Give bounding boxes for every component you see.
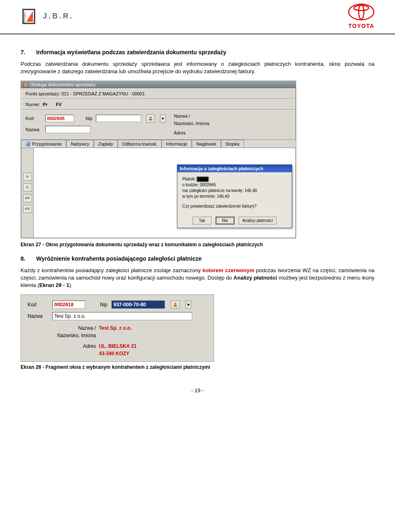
sc2-nazwa-label: Nazwa [28,313,48,319]
nav-prev[interactable]: < [23,183,32,192]
toyota-logo: TOYOTA [348,3,374,29]
dialog-question: Czy potwierdzasz zatwierdzenie faktury? [182,204,287,209]
arrears-dialog: Informacja o zaległościach płatniczych P… [177,164,292,228]
sc2-r-adres-val1: UL. BIELSKA 21 [99,343,137,349]
tab-zaplaty[interactable]: Zapłaty [94,140,118,148]
dialog-buttons: Tak Nie Analizy płatności [177,213,292,228]
window-icon [23,82,28,87]
svg-marker-1 [26,11,33,22]
r-nazwisko-label: Nazwisko, Imiona [174,121,209,126]
section-7-paragraph: Podczas zatwierdzania dokumentu sprzedaż… [21,60,374,75]
sc2-r-adres-val2: 43-340 KOZY [99,351,129,356]
sc2-nip-label: Nip [100,302,107,308]
nip-label: Nip [86,116,93,121]
numer-pr: Pr [43,102,48,107]
tab-stopka[interactable]: Stopka [221,140,244,148]
panel-client: Kod 0002845 Nip ▾ Nazwa [21,110,296,140]
r-nazwa-label: Nazwa / [174,113,191,118]
dialog-title: Informacja o zaległościach płatniczych [177,165,292,172]
window-title-text: Obsługa dokumentów sprzedaży [30,82,96,87]
dialog-no-button[interactable]: Nie [216,217,235,224]
sc2-r-nazwa-label: Nazwa / [51,324,96,332]
caption-ekran-27: Ekran 27 - Okno przygotowania dokumentu … [21,242,374,248]
section-8-title: Wyróżnienie kontrahenta posiadającego za… [36,255,202,262]
toyota-text: TOYOTA [348,23,374,29]
contact-icon-button[interactable] [146,114,155,123]
dialog-line4: w tym po terminie: 146,40 [182,194,287,199]
logo-left: ROGOWIEC J.B.R. [21,7,74,26]
svg-point-4 [354,5,369,11]
r-adres-label: Adres [174,130,186,135]
nazwa-label: Nazwa [26,127,42,132]
toyota-icon [348,3,374,21]
content-area: > < >> << Informacja o zaległościach pła… [21,148,296,238]
section-8-paragraph: Każdy z kontrahentów posiadający zaległo… [21,267,374,289]
sc2-r-adres-label: Adres [51,342,96,350]
sc2-details: Nazwa / Test Sp. z o.o. Nazwisko, Imiona… [51,324,207,357]
page-header: ROGOWIEC J.B.R. TOYOTA [0,0,395,35]
tabs-bar: Przygotowanie Nabywcy Zapłaty Odbiorca t… [21,140,296,148]
sc2-nazwa-input[interactable]: Test Sp. z o.o. [52,312,192,320]
red-highlight: kolorem czerwonym [202,267,254,273]
panel-punkt: Punkt sprzedaży: 021 - SPRZEDAŻ Z MAGAZY… [21,88,296,99]
svg-point-7 [174,303,177,305]
svg-rect-6 [149,119,152,120]
kod-label: Kod [26,116,42,121]
dialog-line2: o kodzie: 0002845 [182,182,287,188]
dropdown-button[interactable]: ▾ [160,114,166,123]
kod-input[interactable]: 0002845 [45,115,74,122]
tab-informacje[interactable]: Informacje [162,140,192,148]
window-titlebar: Obsługa dokumentów sprzedaży [21,81,296,88]
sc2-r-nazwisko-label: Nazwisko, Imiona [51,332,96,339]
section-8-heading: 8.Wyróżnienie kontrahenta posiadającego … [21,255,374,262]
rogowiec-text: ROGOWIEC [23,12,26,23]
client-details: Nazwa / Nazwisko, Imiona Adres [174,113,209,137]
sc2-r-nazwa-val: Test Sp. z o.o. [99,325,132,331]
rogowiec-icon: ROGOWIEC [21,7,40,26]
section-7-num: 7. [21,49,36,56]
nav-buttons: > < >> << [21,148,34,238]
sc2-kod-input[interactable]: 0002618 [52,301,85,309]
nav-first[interactable]: << [23,205,32,213]
tab-odbiorca[interactable]: Odbiorca tow/usł. [118,140,162,148]
svg-point-2 [349,4,374,20]
section-7-title: Informacja wyświetlana podczas zatwierdz… [36,49,226,56]
nip-input[interactable] [96,115,141,122]
bold-ekran29: Ekran 29 - 1 [40,282,70,288]
page-number: - 19 - [21,387,374,393]
dialog-yes-button[interactable]: Tak [193,217,211,224]
nazwa-input[interactable] [45,126,91,133]
globe-icon [26,141,30,146]
svg-point-3 [359,5,364,19]
numer-fv: FV [56,102,62,107]
tab-naglowek[interactable]: Nagłówek [192,140,221,148]
person-icon [148,116,153,121]
jbr-text: J.B.R. [43,12,74,21]
bold-analizy: Analizy płatności [233,275,277,281]
section-7-heading: 7.Informacja wyświetlana podczas zatwier… [21,49,374,56]
sc2-dropdown-button[interactable]: ▾ [186,301,191,309]
numer-label: Numer: [26,102,40,107]
svg-point-5 [149,117,151,119]
nav-last[interactable]: >> [23,194,32,202]
tab-nabywcy[interactable]: Nabywcy [66,140,94,148]
dialog-line3: ma zaległości płatnicze na kwotę: 146,40 [182,188,287,194]
dialog-body: Płatnik: ████ o kodzie: 0002845 ma zaleg… [177,172,292,213]
screenshot-ekran-27: Obsługa dokumentów sprzedaży Punkt sprze… [21,81,296,238]
sc2-nip-input[interactable]: 937-000-70-80 [112,301,165,309]
tab-przygotowanie[interactable]: Przygotowanie [21,140,66,148]
person-icon [173,302,178,307]
caption-ekran-28: Ekran 28 - Fragment okna z wybranym kont… [21,364,374,371]
sc2-contact-icon-button[interactable] [171,301,180,309]
screenshot-ekran-28: Kod 0002618 Nip 937-000-70-80 ▾ Nazwa Te… [21,294,214,362]
panel-numer: Numer: Pr FV [21,99,296,110]
nav-next[interactable]: > [23,173,32,181]
section-8-num: 8. [21,255,36,262]
sc2-kod-label: Kod [28,302,48,308]
svg-rect-8 [174,305,177,307]
punkt-sprzedazy-text: Punkt sprzedaży: 021 - SPRZEDAŻ Z MAGAZY… [26,91,291,96]
dialog-line1: Płatnik: [182,177,196,181]
dialog-analyze-button[interactable]: Analizy płatności [239,217,276,224]
